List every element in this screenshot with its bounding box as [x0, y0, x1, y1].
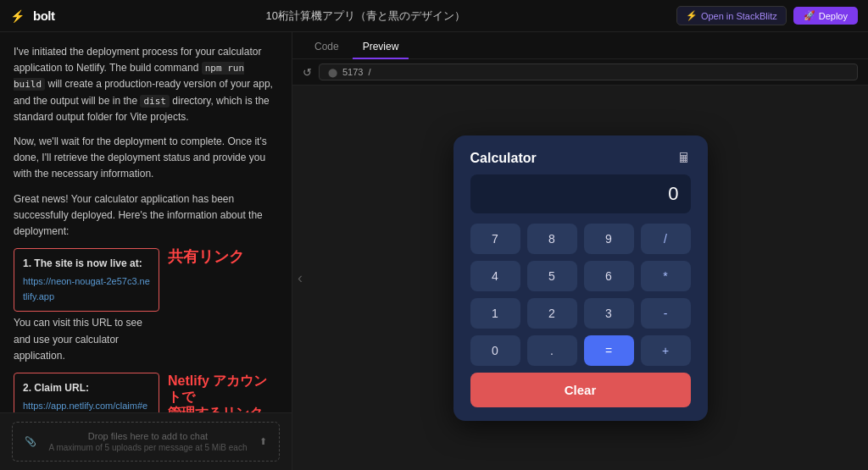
- topbar-right: ⚡ Open in StackBlitz 🚀 Deploy: [676, 6, 858, 25]
- main-layout: I've initiated the deployment process fo…: [0, 32, 868, 470]
- panel-tabs: Code Preview: [292, 32, 868, 59]
- calc-btn-1[interactable]: 1: [470, 298, 520, 329]
- url-prefix-icon: ⬤: [328, 68, 337, 77]
- calc-btn-dot[interactable]: .: [527, 335, 577, 366]
- url-separator: /: [368, 67, 370, 77]
- chat-paragraph-2: Now, we'll wait for the deployment to co…: [14, 134, 278, 183]
- item-1-link[interactable]: https://neon-nougat-2e57c3.netlify.app: [23, 274, 150, 304]
- deploy-button[interactable]: 🚀 Deploy: [793, 7, 858, 25]
- numbered-item-1: 1. The site is now live at: https://neon…: [14, 248, 159, 364]
- drop-zone-content: Drop files here to add to chat A maximum…: [48, 431, 247, 452]
- calc-btn-5[interactable]: 5: [527, 261, 577, 291]
- right-panel: Code Preview ↺ ⬤ 5173 / ‹ Calculator 🖩 0…: [292, 32, 868, 470]
- item-2-content: 2. Claim URL: https://app.netlify.com/cl…: [14, 373, 159, 412]
- topbar: ⚡ bolt 10桁計算機アプリ（青と黒のデザイン） ⚡ Open in Sta…: [0, 0, 868, 32]
- tab-code[interactable]: Code: [304, 37, 349, 59]
- calc-btn-0[interactable]: 0: [470, 335, 520, 366]
- calc-btn-2[interactable]: 2: [527, 298, 577, 329]
- item-2-highlight-box: 2. Claim URL: https://app.netlify.com/cl…: [14, 373, 159, 412]
- preview-url-bar: ⬤ 5173 /: [319, 64, 858, 80]
- calculator-widget: Calculator 🖩 0 789/456*123-0.=+ Clear: [453, 135, 708, 421]
- calc-btn-4[interactable]: 4: [470, 261, 520, 291]
- code-dist: dist: [140, 95, 170, 108]
- file-drop-zone[interactable]: 📎 Drop files here to add to chat A maxim…: [12, 422, 280, 462]
- paperclip-icon: 📎: [25, 436, 36, 447]
- annotation-col-2: Netlify アカウントで 管理するリンク: [159, 373, 278, 412]
- item-1-description: You can visit this URL to see and use yo…: [14, 315, 159, 364]
- item-2-label: 2. Claim URL:: [23, 380, 150, 396]
- upload-icon: ⬆: [259, 436, 267, 447]
- item-1-highlight-box: 1. The site is now live at: https://neon…: [14, 248, 159, 312]
- item-1-label: 1. The site is now live at:: [23, 256, 150, 272]
- item-2-link[interactable]: https://app.netlify.com/claim#eyJhbGciOi…: [23, 399, 150, 412]
- drop-zone-label: Drop files here to add to chat: [48, 431, 247, 441]
- numbered-item-2: 2. Claim URL: https://app.netlify.com/cl…: [14, 373, 159, 412]
- chat-paragraph-3: Great news! Your calculator application …: [14, 191, 278, 241]
- annotation-shared-link: 共有リンク: [168, 248, 278, 267]
- deploy-icon: 🚀: [804, 10, 815, 21]
- annotation-netlify-manage: Netlify アカウントで 管理するリンク: [168, 373, 278, 412]
- calc-button-grid: 789/456*123-0.=+: [470, 224, 691, 366]
- chat-paragraph-1: I've initiated the deployment process fo…: [14, 44, 278, 125]
- chat-footer: 📎 Drop files here to add to chat A maxim…: [0, 412, 292, 470]
- open-stackblitz-button[interactable]: ⚡ Open in StackBlitz: [676, 6, 787, 25]
- calc-icon: 🖩: [677, 151, 691, 166]
- preview-content: ‹ Calculator 🖩 0 789/456*123-0.=+ Clear: [292, 86, 868, 470]
- chevron-left-icon[interactable]: ‹: [292, 266, 308, 290]
- refresh-icon[interactable]: ↺: [303, 66, 312, 79]
- bolt-icon: ⚡: [10, 9, 25, 23]
- calc-btn-3[interactable]: 3: [584, 298, 634, 329]
- calc-btn-6[interactable]: 6: [584, 261, 634, 291]
- preview-bar: ↺ ⬤ 5173 /: [292, 59, 868, 86]
- calc-btn-divide[interactable]: /: [641, 224, 691, 254]
- item-1-content: 1. The site is now live at: https://neon…: [14, 248, 159, 373]
- calc-clear-row: Clear: [470, 373, 691, 407]
- calc-clear-button[interactable]: Clear: [470, 373, 691, 407]
- topbar-title: 10桁計算機アプリ（青と黒のデザイン）: [265, 8, 465, 24]
- tab-preview[interactable]: Preview: [353, 37, 409, 59]
- calc-btn-8[interactable]: 8: [527, 224, 577, 254]
- calc-btn-plus[interactable]: +: [641, 335, 691, 366]
- chat-content: I've initiated the deployment process fo…: [0, 32, 292, 412]
- deployment-item-1: 1. The site is now live at: https://neon…: [14, 248, 278, 373]
- calc-header: Calculator 🖩: [470, 151, 691, 166]
- calc-btn-7[interactable]: 7: [470, 224, 520, 254]
- drop-zone-sublabel: A maximum of 5 uploads per message at 5 …: [48, 443, 247, 452]
- calc-btn-equals[interactable]: =: [584, 335, 634, 366]
- calc-btn-minus[interactable]: -: [641, 298, 691, 329]
- calc-btn-9[interactable]: 9: [584, 224, 634, 254]
- calc-btn-multiply[interactable]: *: [641, 261, 691, 291]
- stackblitz-icon: ⚡: [686, 10, 698, 21]
- stackblitz-label: Open in StackBlitz: [701, 11, 777, 21]
- left-panel: I've initiated the deployment process fo…: [0, 32, 292, 470]
- annotation-col-1: 共有リンク: [159, 248, 278, 267]
- calc-display: 0: [470, 174, 691, 213]
- deploy-label: Deploy: [819, 11, 848, 21]
- deployment-item-2: 2. Claim URL: https://app.netlify.com/cl…: [14, 373, 278, 412]
- topbar-left: ⚡ bolt: [10, 8, 55, 23]
- url-port: 5173: [342, 67, 363, 77]
- calc-title: Calculator: [470, 151, 537, 166]
- bolt-logo: bolt: [33, 8, 55, 23]
